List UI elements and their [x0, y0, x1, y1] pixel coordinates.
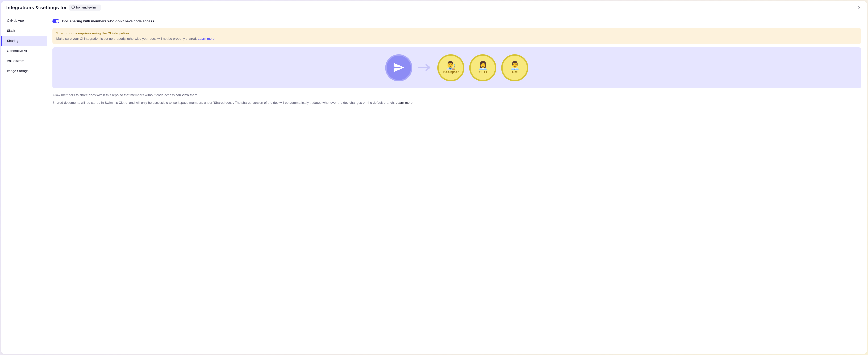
role-designer: 👨‍🎨 Designer: [437, 54, 464, 82]
sidebar-item-label: Ask Swimm: [7, 59, 24, 63]
warning-learn-more-link[interactable]: Learn more: [198, 37, 215, 40]
role-pm: 👨‍💼 PM: [501, 54, 528, 82]
sidebar-item-label: Slack: [7, 29, 15, 32]
warning-body-text: Make sure your CI integration is set up …: [56, 37, 198, 40]
warning-title: Sharing docs requires using the CI integ…: [56, 31, 857, 36]
description-1: Allow members to share docs within this …: [53, 93, 861, 98]
sharing-illustration: 👨‍🎨 Designer 👩‍💼 CEO 👨‍💼 PM: [53, 47, 861, 88]
sidebar-item-github-app[interactable]: GitHub App: [1, 15, 47, 26]
desc1-prefix: Allow members to share docs within this …: [53, 93, 182, 97]
sidebar-item-image-storage[interactable]: Image Storage: [1, 66, 47, 76]
sidebar-item-sharing[interactable]: Sharing: [1, 36, 47, 46]
repo-name: frontend-swimm: [76, 6, 98, 9]
role-label: CEO: [478, 70, 487, 74]
doc-sharing-toggle-label: Doc sharing with members who don't have …: [62, 19, 154, 23]
github-icon: [71, 5, 75, 9]
sidebar-item-generative-ai[interactable]: Generative AI: [1, 46, 47, 56]
sidebar-item-label: Sharing: [7, 39, 19, 42]
sidebar-item-slack[interactable]: Slack: [1, 26, 47, 36]
ci-warning-banner: Sharing docs requires using the CI integ…: [53, 28, 861, 44]
modal-header: Integrations & settings for frontend-swi…: [1, 1, 867, 14]
role-emoji: 👩‍💼: [478, 61, 488, 69]
doc-sharing-toggle[interactable]: [53, 19, 59, 23]
modal-body: GitHub App Slack Sharing Generative AI A…: [1, 14, 867, 354]
desc1-bold: view: [182, 93, 189, 97]
repo-chip[interactable]: frontend-swimm: [69, 4, 101, 10]
role-ceo: 👩‍💼 CEO: [469, 54, 496, 82]
role-emoji: 👨‍🎨: [446, 61, 456, 69]
sidebar-item-label: GitHub App: [7, 19, 24, 22]
desc2-prefix: Shared documents will be stored in Swimm…: [53, 101, 396, 104]
sidebar-item-label: Image Storage: [7, 69, 29, 73]
page-title: Integrations & settings for: [6, 5, 67, 10]
paper-plane-icon: [393, 61, 405, 74]
doc-sharing-toggle-row: Doc sharing with members who don't have …: [53, 19, 861, 23]
sidebar: GitHub App Slack Sharing Generative AI A…: [1, 14, 47, 354]
main-content: Doc sharing with members who don't have …: [47, 14, 867, 354]
send-circle: [385, 54, 412, 82]
description-learn-more-link[interactable]: Learn more: [396, 101, 412, 104]
warning-body: Make sure your CI integration is set up …: [56, 36, 857, 41]
close-button[interactable]: ✕: [857, 5, 862, 10]
role-emoji: 👨‍💼: [510, 61, 520, 69]
role-label: Designer: [443, 70, 459, 74]
sidebar-item-label: Generative AI: [7, 49, 27, 53]
sidebar-item-ask-swimm[interactable]: Ask Swimm: [1, 56, 47, 66]
description-2: Shared documents will be stored in Swimm…: [53, 100, 861, 105]
role-label: PM: [512, 70, 518, 74]
close-icon: ✕: [858, 5, 861, 10]
desc1-suffix: them.: [189, 93, 198, 97]
arrow-icon: [418, 62, 432, 73]
settings-modal: Integrations & settings for frontend-swi…: [1, 1, 867, 354]
role-circles: 👨‍🎨 Designer 👩‍💼 CEO 👨‍💼 PM: [437, 54, 528, 82]
